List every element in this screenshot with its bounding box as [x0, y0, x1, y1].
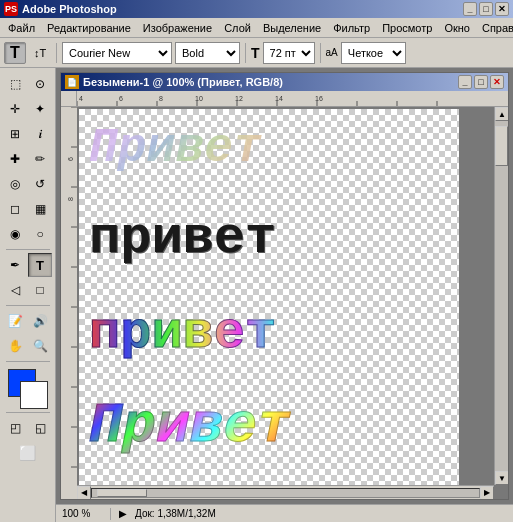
main-area: ⬚ ⊙ ✛ ✦ ⊞ 𝒊 ✚ ✏ ◎ ↺ ◻ ▦ ◉ ○ ✒ T — [0, 68, 513, 522]
document-window: 📄 Безымени-1 @ 100% (Привет, RGB/8) _ □ … — [60, 72, 509, 500]
tools-separator-1 — [6, 249, 50, 250]
move-tool[interactable]: ✛ — [3, 97, 27, 121]
app-title-bar: PS Adobe Photoshop _ □ ✕ — [0, 0, 513, 18]
svg-text:12: 12 — [235, 95, 243, 102]
antialiasing-label: аА — [326, 47, 338, 58]
ruler-v-col: 6 8 — [61, 107, 508, 499]
antialiasing-select[interactable]: Четкое Резкое Плавное Нет — [341, 42, 406, 64]
tool-row-screen: ⬜ — [16, 441, 40, 465]
eyedropper-tool[interactable]: 𝒊 — [28, 122, 52, 146]
color-swatch-area — [6, 369, 50, 409]
gradient-tool[interactable]: ▦ — [28, 197, 52, 221]
minimize-button[interactable]: _ — [463, 2, 477, 16]
toolbar-separator-2 — [245, 43, 246, 63]
ruler-row: 4 6 8 10 12 14 16 — [61, 91, 508, 107]
healing-tool[interactable]: ✚ — [3, 147, 27, 171]
text-tool[interactable]: T — [28, 253, 52, 277]
crop-tool[interactable]: ⊞ — [3, 122, 27, 146]
doc-minimize-button[interactable]: _ — [458, 75, 472, 89]
menu-filter[interactable]: Фильтр — [327, 20, 376, 36]
scroll-thumb-v[interactable] — [495, 126, 508, 166]
status-triangle[interactable]: ▶ — [119, 508, 127, 519]
tool-row-2: ✛ ✦ — [3, 97, 52, 121]
zoom-tool[interactable]: 🔍 — [28, 334, 52, 358]
text-layer-4[interactable]: Привет — [89, 394, 291, 458]
document-title-bar: 📄 Безымени-1 @ 100% (Привет, RGB/8) _ □ … — [61, 73, 508, 91]
tool-row-mode: ◰ ◱ — [3, 416, 52, 440]
canvas-container: 📄 Безымени-1 @ 100% (Привет, RGB/8) _ □ … — [56, 68, 513, 522]
menu-image[interactable]: Изображение — [137, 20, 218, 36]
document-title: Безымени-1 @ 100% (Привет, RGB/8) — [83, 76, 458, 88]
menu-view[interactable]: Просмотр — [376, 20, 438, 36]
pen-tool[interactable]: ✒ — [3, 253, 27, 277]
close-button[interactable]: ✕ — [495, 2, 509, 16]
shape-tool[interactable]: □ — [28, 278, 52, 302]
audio-tool[interactable]: 🔊 — [28, 309, 52, 333]
font-style-select[interactable]: Bold Regular Italic Bold Italic — [175, 42, 240, 64]
blur-tool[interactable]: ◉ — [3, 222, 27, 246]
font-family-select[interactable]: Courier New — [62, 42, 172, 64]
document-icon: 📄 — [65, 75, 79, 89]
svg-text:10: 10 — [195, 95, 203, 102]
font-size-select[interactable]: 72 пт 12 пт 18 пт 24 пт 36 пт 48 пт — [263, 42, 315, 64]
svg-rect-18 — [61, 107, 77, 499]
history-brush-tool[interactable]: ↺ — [28, 172, 52, 196]
app-icon: PS — [4, 2, 18, 16]
svg-text:6: 6 — [67, 157, 74, 161]
notes-tool[interactable]: 📝 — [3, 309, 27, 333]
path-select-tool[interactable]: ◁ — [3, 278, 27, 302]
menu-select[interactable]: Выделение — [257, 20, 327, 36]
scroll-right-arrow[interactable]: ▶ — [480, 486, 494, 500]
ruler-h-svg: 4 6 8 10 12 14 16 — [77, 91, 508, 107]
canvas-area[interactable]: Привет привет привет Привет ▲ ▼ — [77, 107, 508, 499]
scroll-left-arrow[interactable]: ◀ — [77, 486, 91, 500]
maximize-button[interactable]: □ — [479, 2, 493, 16]
brush-tool[interactable]: ✏ — [28, 147, 52, 171]
standard-mode[interactable]: ◰ — [3, 416, 27, 440]
text-tool-button[interactable]: T — [4, 42, 26, 64]
scroll-up-arrow[interactable]: ▲ — [495, 107, 508, 121]
scroll-thumb-h[interactable] — [97, 489, 147, 497]
lasso-tool[interactable]: ⊙ — [28, 72, 52, 96]
scroll-down-arrow[interactable]: ▼ — [495, 471, 508, 485]
horizontal-ruler: 4 6 8 10 12 14 16 — [77, 91, 508, 107]
scroll-track-v — [495, 121, 508, 471]
tool-row-4: ✚ ✏ — [3, 147, 52, 171]
vertical-scrollbar[interactable]: ▲ ▼ — [494, 107, 508, 485]
tool-row-11: ✋ 🔍 — [3, 334, 52, 358]
font-size-icon: T — [251, 45, 260, 61]
dodge-tool[interactable]: ○ — [28, 222, 52, 246]
menu-file[interactable]: Файл — [2, 20, 41, 36]
svg-text:8: 8 — [67, 197, 74, 201]
stamp-tool[interactable]: ◎ — [3, 172, 27, 196]
menu-edit[interactable]: Редактирование — [41, 20, 137, 36]
eraser-tool[interactable]: ◻ — [3, 197, 27, 221]
menu-window[interactable]: Окно — [438, 20, 476, 36]
status-bar: 100 % ▶ Док: 1,38M/1,32M — [56, 504, 513, 522]
document-controls: _ □ ✕ — [458, 75, 504, 89]
text-layer-3[interactable]: привет — [89, 304, 276, 363]
tools-separator-3 — [6, 361, 50, 362]
menu-layer[interactable]: Слой — [218, 20, 257, 36]
quickmask-mode[interactable]: ◱ — [28, 416, 52, 440]
screen-mode[interactable]: ⬜ — [16, 441, 40, 465]
scroll-track-h — [91, 488, 480, 498]
tool-row-5: ◎ ↺ — [3, 172, 52, 196]
svg-text:14: 14 — [275, 95, 283, 102]
doc-restore-button[interactable]: □ — [474, 75, 488, 89]
hand-tool[interactable]: ✋ — [3, 334, 27, 358]
horizontal-scrollbar[interactable]: ◀ ▶ — [77, 485, 494, 499]
tools-separator-4 — [6, 412, 50, 413]
background-color-swatch[interactable] — [20, 381, 48, 409]
menu-bar: Файл Редактирование Изображение Слой Выд… — [0, 18, 513, 38]
selection-tool[interactable]: ⬚ — [3, 72, 27, 96]
tool-row-8: ✒ T — [3, 253, 52, 277]
text-layer-1[interactable]: Привет — [89, 121, 262, 175]
menu-help[interactable]: Справка — [476, 20, 513, 36]
tool-row-3: ⊞ 𝒊 — [3, 122, 52, 146]
text-layer-2[interactable]: привет — [89, 209, 276, 268]
doc-close-button[interactable]: ✕ — [490, 75, 504, 89]
document-size: Док: 1,38M/1,32M — [135, 508, 507, 519]
magic-wand-tool[interactable]: ✦ — [28, 97, 52, 121]
text-orientation-button[interactable]: ↕T — [29, 42, 51, 64]
